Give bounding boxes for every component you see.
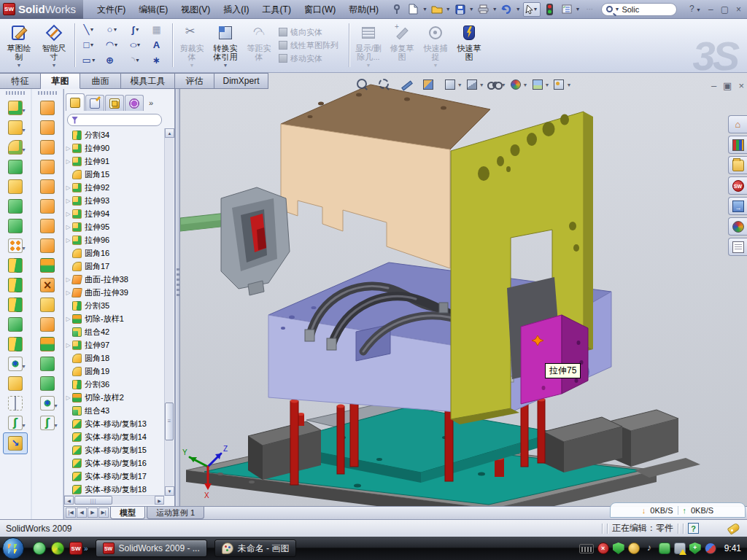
tree-item[interactable]: ▷ 拉伸94	[64, 207, 164, 220]
move-copy-body-button[interactable]: ▼	[4, 334, 26, 354]
display-delete-relations-button[interactable]: 显示/删 除几... ▼	[352, 21, 385, 69]
thicken-button[interactable]: ▼	[36, 373, 58, 393]
knit-surface-button[interactable]: ▼	[36, 354, 58, 373]
split-line-button[interactable]: ▼	[4, 295, 26, 314]
tree-item[interactable]: ▷ 拉伸92	[64, 181, 164, 194]
line-tool[interactable]: ╲ ▼	[77, 22, 101, 37]
tray-antivirus-shield[interactable]	[613, 542, 624, 554]
tree-item[interactable]: ▷ 圆角15	[64, 168, 164, 181]
rapid-sketch-button[interactable]: 快速草 图 ▼	[452, 21, 486, 69]
solidworks-resources-tab[interactable]: ⌂	[728, 115, 747, 133]
swept-surface-button[interactable]: ▼	[36, 98, 58, 117]
custom-properties-tab[interactable]	[728, 238, 747, 256]
hide-show-items-button[interactable]: ▼	[487, 77, 506, 92]
move-entities-button[interactable]: 移动实体	[279, 52, 338, 64]
axis-button[interactable]: ▼	[4, 393, 26, 413]
tree-item[interactable]: ▷ 曲面-拉伸39	[64, 286, 164, 299]
tree-item[interactable]: ▷ 圆角19	[64, 365, 164, 378]
offset-entities-button[interactable]: 等距实 体 ▼	[242, 21, 276, 69]
tree-item[interactable]: ▷ 拉伸96	[64, 233, 164, 246]
tree-item[interactable]: ▷ 分割36	[64, 378, 164, 391]
replace-face-button[interactable]: ▼	[36, 295, 58, 314]
tree-item[interactable]: ▷ 圆角17	[64, 260, 164, 273]
plane-button[interactable]: ▼	[4, 373, 26, 393]
search-scope-caret-icon[interactable]: ▼	[614, 7, 619, 12]
taskbar-window-solidworks[interactable]: SW SolidWorks 2009 - ...	[96, 540, 207, 557]
search-input[interactable]	[622, 5, 665, 14]
tray-sync[interactable]	[705, 542, 716, 554]
select-tool-button[interactable]: ▼	[523, 2, 541, 17]
text-tool[interactable]: A ▼	[147, 37, 171, 52]
slot-tool[interactable]: ▭ ▼	[77, 52, 101, 68]
tree-item[interactable]: ▷ 实体-移动/复制18	[64, 483, 164, 496]
pin-icon[interactable]	[390, 3, 404, 16]
next-tab-button[interactable]: ▶	[88, 508, 98, 518]
tab-sketch[interactable]: 草图	[41, 73, 80, 89]
quicklaunch-app[interactable]	[51, 542, 64, 555]
first-tab-button[interactable]: |◀	[66, 508, 76, 518]
overflow-icon[interactable]: ⋯	[582, 3, 597, 16]
rib-button[interactable]: ▼	[4, 216, 26, 236]
tray-volume[interactable]: ♪	[643, 542, 655, 554]
doc-close-button[interactable]: ×	[738, 80, 744, 91]
toolbar-grip[interactable]	[6, 91, 25, 95]
tray-language-keyboard[interactable]	[579, 544, 594, 553]
tree-item[interactable]: ▷ 实体-移动/复制17	[64, 470, 164, 483]
save-button[interactable]	[453, 3, 468, 16]
network-speed-widget[interactable]: ↓ 0KB/S ↑ 0KB/S	[610, 502, 746, 518]
quick-tips-icon[interactable]: ?	[688, 523, 699, 534]
menu-window[interactable]: 窗口(W)	[298, 0, 342, 19]
linear-sketch-pattern-button[interactable]: 线性草图阵列	[279, 39, 338, 51]
point-tool[interactable]: ∗ ▼	[147, 52, 171, 68]
tree-item[interactable]: ▷ 拉伸95	[64, 220, 164, 233]
radiate-surface-button[interactable]: ▼	[36, 216, 58, 236]
panel-splitter[interactable]	[175, 73, 180, 506]
reference-point-button[interactable]: ✱ ▼	[4, 354, 26, 373]
section-view-button[interactable]: ▼	[421, 77, 441, 92]
more-tabs-chevron-icon[interactable]: »	[149, 95, 153, 111]
circle-tool[interactable]: ○ ▼	[101, 22, 124, 37]
close-button[interactable]: ×	[736, 5, 741, 14]
spline-tool[interactable]: ʃ ▼	[124, 22, 147, 37]
undo-button[interactable]	[500, 3, 514, 16]
tree-item[interactable]: ▷ 分割34	[64, 128, 164, 141]
surface-curves-button[interactable]: ʃ ▼	[36, 413, 58, 432]
smart-dimension-button[interactable]: 智能尺 寸 ▼	[36, 21, 71, 69]
offset-surface-button[interactable]: ▼	[36, 196, 58, 216]
polygon-tool[interactable]: ⊕ ▼	[101, 52, 124, 68]
tree-item[interactable]: ▷ 实体-移动/复制14	[64, 430, 164, 443]
rectangle-tool[interactable]: □ ▼	[77, 37, 101, 52]
rebuild-button[interactable]	[543, 3, 557, 16]
tree-item[interactable]: ▷ 圆角18	[64, 351, 164, 365]
curves-button[interactable]: ʃ ▼	[4, 413, 26, 432]
minimize-button[interactable]: –	[708, 5, 713, 14]
tree-item[interactable]: ▷ 曲面-拉伸38	[64, 273, 164, 286]
delete-face-button[interactable]: × ▼	[36, 275, 58, 295]
tray-shield-plus[interactable]: +	[689, 542, 701, 554]
edit-appearance-button[interactable]: ▼	[508, 77, 528, 92]
boundary-surface-button[interactable]: ▼	[36, 176, 58, 196]
convert-entities-button[interactable]: 转换实 体引用 ▼	[209, 21, 242, 69]
motion-study-tab[interactable]: 运动算例 1	[147, 507, 204, 519]
tree-item[interactable]: ▷ 拉伸97	[64, 338, 164, 351]
tree-item[interactable]: ▷ 切除-放样2	[64, 391, 164, 404]
tree-item[interactable]: ▷ 实体-移动/复制16	[64, 456, 164, 470]
chamfer-button[interactable]: ▼	[4, 196, 26, 216]
doc-minimize-button[interactable]: –	[711, 80, 716, 91]
solidworks-search-tab[interactable]: SW	[728, 176, 747, 195]
configurationmanager-tab[interactable]	[105, 95, 124, 111]
tags-icon[interactable]	[727, 522, 741, 534]
model-tab[interactable]: 模型	[110, 507, 145, 519]
quicklaunch-solidworks[interactable]: SW	[69, 542, 82, 555]
lofted-boss-button[interactable]: ▼	[4, 157, 26, 176]
options-button[interactable]	[560, 3, 574, 16]
expand-arrow-icon[interactable]: ▷	[64, 184, 72, 191]
last-tab-button[interactable]: ▶|	[98, 508, 109, 518]
extruded-boss-button[interactable]: ▼	[4, 98, 26, 117]
filter-input[interactable]	[81, 116, 177, 124]
trim-surface-button[interactable]: ▼	[36, 334, 58, 354]
tab-dimxpert[interactable]: DimXpert	[214, 73, 268, 89]
zoom-area-button[interactable]: ▼	[377, 77, 397, 92]
print-button[interactable]	[476, 3, 491, 16]
toolbar-grip[interactable]	[38, 91, 57, 95]
